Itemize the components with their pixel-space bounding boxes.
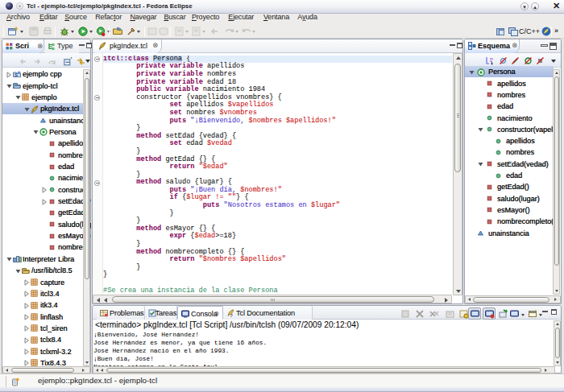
svg-text:?: ? <box>230 312 234 317</box>
svg-text:S: S <box>15 72 18 77</box>
